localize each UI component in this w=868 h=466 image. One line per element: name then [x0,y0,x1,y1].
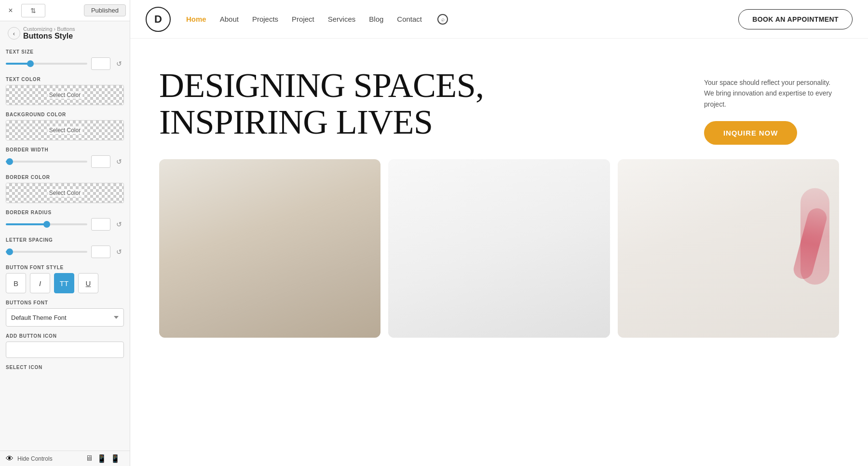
breadcrumb-path: Customizing › Buttons [23,26,75,32]
eye-icon: 👁 [6,454,14,463]
book-appointment-button[interactable]: BOOK AN APPOINTMENT [738,9,853,29]
nav-logo: D [146,7,171,32]
border-width-input[interactable]: 1 [91,155,110,168]
sort-icon: ⇅ [30,7,36,14]
letter-spacing-label: LETTER SPACING [6,237,124,243]
text-size-track[interactable] [6,63,87,65]
inquire-button[interactable]: INQUIRE NOW [704,121,797,145]
bg-color-swatch-label: Select Color [47,126,82,134]
text-size-thumb[interactable] [27,60,34,67]
preview-area: D Home About Projects Project Services B… [130,0,868,466]
border-color-label: BORDER COLOR [6,175,124,180]
hide-controls-bar[interactable]: 👁 Hide Controls 🖥 📱 📱 [0,451,130,466]
search-icon[interactable]: ⌕ [437,14,448,25]
border-radius-fill [6,223,47,225]
text-size-control: TEXT SIZE 14 ↺ [6,49,124,70]
border-width-reset[interactable]: ↺ [114,157,124,166]
breadcrumb-title: Buttons Style [23,32,75,41]
sort-button[interactable]: ⇅ [21,4,45,17]
hero-section: DESIGNING SPACES, INSPIRING LIVES Your s… [130,39,868,145]
text-size-slider-row: 14 ↺ [6,57,124,70]
letter-spacing-thumb[interactable] [6,248,13,255]
nav-projects[interactable]: Projects [252,15,278,23]
mobile-icon[interactable]: 📱 [110,454,120,463]
published-button[interactable]: Published [84,4,126,16]
select-icon-control: SELECT ICON [6,365,124,370]
italic-button[interactable]: I [30,273,50,293]
border-width-slider-row: 1 ↺ [6,155,124,168]
text-size-label: TEXT SIZE [6,49,124,55]
font-style-control: BUTTON FONT STYLE B I TT U [6,265,124,293]
hero-title-line1: DESIGNING SPACES, [159,66,484,105]
border-radius-label: BORDER RADIUS [6,210,124,215]
breadcrumb-area: ‹ Customizing › Buttons Buttons Style [0,21,130,43]
letter-spacing-control: LETTER SPACING 0 ↺ [6,237,124,258]
top-bar: × ⇅ Published [0,0,130,21]
bg-color-label: BACKGROUND COLOR [6,112,124,117]
letter-spacing-input[interactable]: 0 [91,246,110,258]
tablet-icon[interactable]: 📱 [97,454,107,463]
font-style-row: B I TT U [6,273,124,293]
nav-contact[interactable]: Contact [397,15,422,23]
sofa-image-card [159,159,380,338]
border-width-thumb[interactable] [6,158,13,165]
back-icon: ‹ [13,30,15,37]
letter-spacing-track[interactable] [6,251,87,253]
border-radius-track[interactable] [6,223,87,225]
close-button[interactable]: × [4,4,17,17]
border-color-swatch-label: Select Color [47,189,82,197]
letter-spacing-reset[interactable]: ↺ [114,247,124,257]
nav-bar: D Home About Projects Project Services B… [130,0,868,39]
border-radius-thumb[interactable] [43,221,50,228]
border-width-track[interactable] [6,161,87,163]
hero-left: DESIGNING SPACES, INSPIRING LIVES [159,68,694,140]
border-radius-reset[interactable]: ↺ [114,219,124,229]
underline-button[interactable]: U [78,273,98,293]
device-icons: 🖥 📱 📱 [85,454,120,463]
text-color-label: TEXT COLOR [6,77,124,82]
nav-links: Home About Projects Project Services Blo… [186,14,448,25]
text-size-input[interactable]: 14 [91,57,110,70]
border-width-control: BORDER WIDTH 1 ↺ [6,147,124,168]
add-icon-label: ADD BUTTON ICON [6,333,124,339]
buttons-font-select[interactable]: Default Theme Font [6,308,124,327]
text-color-swatch-label: Select Color [47,91,82,99]
nav-blog[interactable]: Blog [369,15,383,23]
hide-controls-label: Hide Controls [17,455,53,462]
text-color-swatch[interactable]: Select Color [6,85,124,105]
nav-about[interactable]: About [220,15,239,23]
logo-letter: D [154,13,162,26]
hero-title: DESIGNING SPACES, INSPIRING LIVES [159,68,487,140]
nav-project[interactable]: Project [292,15,314,23]
hero-right: Your space should reflect your personali… [694,68,839,145]
back-button[interactable]: ‹ [8,27,20,40]
buttons-font-control: BUTTONS FONT Default Theme Font [6,300,124,327]
breadcrumb-text: Customizing › Buttons Buttons Style [23,26,75,41]
bg-color-control: BACKGROUND COLOR Select Color [6,112,124,140]
bg-color-swatch[interactable]: Select Color [6,120,124,140]
nav-home[interactable]: Home [186,15,206,23]
tt-button[interactable]: TT [54,273,74,293]
nav-services[interactable]: Services [328,15,356,23]
text-size-reset[interactable]: ↺ [114,59,124,69]
chair-image-card [388,159,610,338]
add-icon-input[interactable]: Yes [6,342,124,358]
text-color-control: TEXT COLOR Select Color [6,77,124,105]
border-radius-input[interactable]: 50 [91,218,110,231]
border-radius-slider-row: 50 ↺ [6,218,124,231]
left-panel: × ⇅ Published ‹ Customizing › Buttons Bu… [0,0,130,466]
panel-body: TEXT SIZE 14 ↺ TEXT COLOR Select Color B… [0,43,130,451]
select-icon-label: SELECT ICON [6,365,124,370]
bold-button[interactable]: B [6,273,26,293]
desktop-icon[interactable]: 🖥 [85,454,93,463]
letter-spacing-slider-row: 0 ↺ [6,246,124,258]
add-icon-control: ADD BUTTON ICON Yes [6,333,124,358]
hero-description: Your space should reflect your personali… [704,77,839,110]
border-width-label: BORDER WIDTH [6,147,124,152]
border-color-control: BORDER COLOR Select Color [6,175,124,203]
floral-image-card [618,159,839,338]
border-radius-control: BORDER RADIUS 50 ↺ [6,210,124,231]
hero-title-line2: INSPIRING LIVES [159,103,433,141]
images-row [130,145,868,338]
border-color-swatch[interactable]: Select Color [6,183,124,203]
